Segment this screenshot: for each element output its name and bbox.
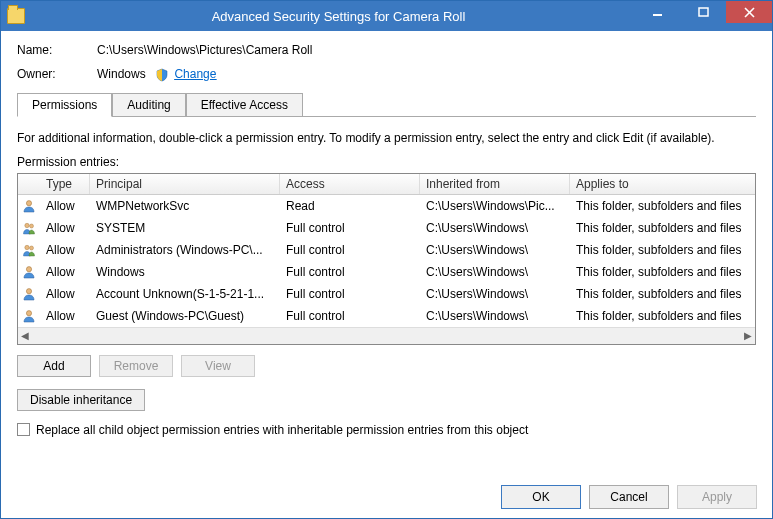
cell-principal: SYSTEM <box>90 220 280 236</box>
tab-auditing[interactable]: Auditing <box>112 93 185 117</box>
horizontal-scrollbar[interactable]: ◀ ▶ <box>18 327 755 344</box>
table-row[interactable]: AllowWindowsFull controlC:\Users\Windows… <box>18 261 755 283</box>
column-header-type[interactable]: Type <box>40 174 90 194</box>
svg-point-11 <box>26 310 31 315</box>
owner-label: Owner: <box>17 67 97 81</box>
user-icon <box>18 262 40 282</box>
svg-point-9 <box>26 266 31 271</box>
cell-principal: Administrators (Windows-PC\... <box>90 242 280 258</box>
cell-principal: Account Unknown(S-1-5-21-1... <box>90 286 280 302</box>
table-row[interactable]: AllowAccount Unknown(S-1-5-21-1...Full c… <box>18 283 755 305</box>
user-icon <box>18 196 40 216</box>
info-text: For additional information, double-click… <box>17 131 756 145</box>
remove-button: Remove <box>99 355 173 377</box>
tab-strip: Permissions Auditing Effective Access <box>17 92 756 117</box>
cell-access: Read <box>280 198 420 214</box>
name-row: Name: C:\Users\Windows\Pictures\Camera R… <box>17 43 756 57</box>
cell-access: Full control <box>280 308 420 324</box>
cell-access: Full control <box>280 286 420 302</box>
apply-button: Apply <box>677 485 757 509</box>
column-header-icon[interactable] <box>18 174 40 194</box>
cell-applies: This folder, subfolders and files <box>570 198 755 214</box>
cell-inherited: C:\Users\Windows\ <box>420 264 570 280</box>
user-icon <box>18 240 40 260</box>
replace-checkbox-label: Replace all child object permission entr… <box>36 423 528 437</box>
replace-checkbox-row[interactable]: Replace all child object permission entr… <box>17 423 756 437</box>
cell-type: Allow <box>40 286 90 302</box>
folder-icon <box>7 8 25 24</box>
user-icon <box>18 218 40 238</box>
tab-effective-access[interactable]: Effective Access <box>186 93 303 117</box>
cell-applies: This folder, subfolders and files <box>570 242 755 258</box>
cell-access: Full control <box>280 264 420 280</box>
scroll-left-icon[interactable]: ◀ <box>21 330 29 341</box>
cell-inherited: C:\Users\Windows\ <box>420 220 570 236</box>
replace-checkbox[interactable] <box>17 423 30 436</box>
cell-applies: This folder, subfolders and files <box>570 220 755 236</box>
cell-principal: Windows <box>90 264 280 280</box>
titlebar[interactable]: Advanced Security Settings for Camera Ro… <box>1 1 772 31</box>
owner-row: Owner: Windows Change <box>17 67 756 82</box>
svg-point-4 <box>26 200 31 205</box>
cell-principal: WMPNetworkSvc <box>90 198 280 214</box>
column-header-applies[interactable]: Applies to <box>570 174 755 194</box>
cell-inherited: C:\Users\Windows\ <box>420 242 570 258</box>
cell-type: Allow <box>40 220 90 236</box>
owner-value: Windows <box>97 67 146 81</box>
window-controls <box>634 1 772 23</box>
table-row[interactable]: AllowSYSTEMFull controlC:\Users\Windows\… <box>18 217 755 239</box>
svg-point-7 <box>25 245 29 249</box>
name-label: Name: <box>17 43 97 57</box>
table-row[interactable]: AllowGuest (Windows-PC\Guest)Full contro… <box>18 305 755 327</box>
svg-point-10 <box>26 288 31 293</box>
change-owner-link[interactable]: Change <box>174 67 216 81</box>
column-header-inherited[interactable]: Inherited from <box>420 174 570 194</box>
cell-inherited: C:\Users\Windows\ <box>420 286 570 302</box>
minimize-button[interactable] <box>634 1 680 23</box>
cell-applies: This folder, subfolders and files <box>570 308 755 324</box>
list-label: Permission entries: <box>17 155 756 169</box>
tab-permissions[interactable]: Permissions <box>17 93 112 117</box>
cell-principal: Guest (Windows-PC\Guest) <box>90 308 280 324</box>
cell-applies: This folder, subfolders and files <box>570 264 755 280</box>
column-header-principal[interactable]: Principal <box>90 174 280 194</box>
column-header-access[interactable]: Access <box>280 174 420 194</box>
permission-list[interactable]: Type Principal Access Inherited from App… <box>17 173 756 345</box>
table-row[interactable]: AllowWMPNetworkSvcReadC:\Users\Windows\P… <box>18 195 755 217</box>
cell-type: Allow <box>40 264 90 280</box>
cell-type: Allow <box>40 242 90 258</box>
close-button[interactable] <box>726 1 772 23</box>
maximize-button[interactable] <box>680 1 726 23</box>
view-button: View <box>181 355 255 377</box>
cell-type: Allow <box>40 198 90 214</box>
svg-point-5 <box>25 223 29 227</box>
cancel-button[interactable]: Cancel <box>589 485 669 509</box>
user-icon <box>18 284 40 304</box>
svg-point-8 <box>30 246 34 250</box>
add-button[interactable]: Add <box>17 355 91 377</box>
user-icon <box>18 306 40 326</box>
dialog-buttons: OK Cancel Apply <box>501 485 757 509</box>
column-headers[interactable]: Type Principal Access Inherited from App… <box>18 174 755 195</box>
name-value: C:\Users\Windows\Pictures\Camera Roll <box>97 43 312 57</box>
cell-inherited: C:\Users\Windows\ <box>420 308 570 324</box>
svg-rect-1 <box>699 8 708 16</box>
cell-access: Full control <box>280 220 420 236</box>
cell-access: Full control <box>280 242 420 258</box>
table-row[interactable]: AllowAdministrators (Windows-PC\...Full … <box>18 239 755 261</box>
svg-point-6 <box>30 224 34 228</box>
ok-button[interactable]: OK <box>501 485 581 509</box>
cell-applies: This folder, subfolders and files <box>570 286 755 302</box>
cell-type: Allow <box>40 308 90 324</box>
scroll-right-icon[interactable]: ▶ <box>744 330 752 341</box>
shield-icon <box>155 68 169 82</box>
disable-inheritance-button[interactable]: Disable inheritance <box>17 389 145 411</box>
cell-inherited: C:\Users\Windows\Pic... <box>420 198 570 214</box>
